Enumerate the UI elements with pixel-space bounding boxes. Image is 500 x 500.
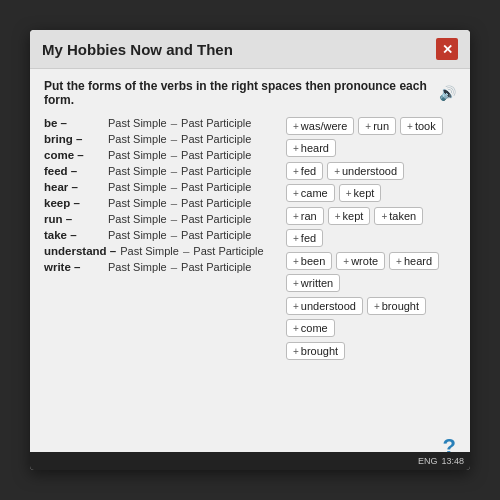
verb-name: hear – <box>44 181 104 193</box>
word-chip[interactable]: +ran <box>286 207 324 225</box>
verb-name: understand – <box>44 245 116 257</box>
verb-row: come – Past Simple – Past Participle <box>44 149 276 161</box>
verb-row: understand – Past Simple – Past Particip… <box>44 245 276 257</box>
past-simple-label: Past Simple <box>108 197 167 209</box>
word-label: understood <box>301 300 356 312</box>
dash: – <box>171 149 177 161</box>
verb-name: come – <box>44 149 104 161</box>
past-simple-label: Past Simple <box>120 245 179 257</box>
past-simple-label: Past Simple <box>108 149 167 161</box>
plus-icon: + <box>335 211 341 222</box>
plus-icon: + <box>293 166 299 177</box>
verbs-column: be – Past Simple – Past Participle bring… <box>44 117 276 360</box>
verb-row: keep – Past Simple – Past Participle <box>44 197 276 209</box>
content-area: Put the forms of the verbs in the right … <box>30 69 470 370</box>
word-chip[interactable]: +understood <box>286 297 363 315</box>
instruction-text: Put the forms of the verbs in the right … <box>44 79 456 107</box>
word-bank-column: +was/were+run+took+heard+fed+understood+… <box>286 117 456 360</box>
verb-name: run – <box>44 213 104 225</box>
past-simple-label: Past Simple <box>108 133 167 145</box>
past-participle-label: Past Participle <box>181 149 251 161</box>
dash: – <box>171 261 177 273</box>
verb-row: bring – Past Simple – Past Participle <box>44 133 276 145</box>
word-label: ran <box>301 210 317 222</box>
app-window: My Hobbies Now and Then ✕ Put the forms … <box>30 30 470 470</box>
word-chip[interactable]: +took <box>400 117 443 135</box>
dash: – <box>171 165 177 177</box>
verb-name: be – <box>44 117 104 129</box>
word-chip[interactable]: +fed <box>286 229 323 247</box>
verb-row: take – Past Simple – Past Participle <box>44 229 276 241</box>
word-label: took <box>415 120 436 132</box>
word-chip[interactable]: +been <box>286 252 332 270</box>
verb-row: hear – Past Simple – Past Participle <box>44 181 276 193</box>
word-bank-row: +was/were+run+took+heard <box>286 117 456 157</box>
plus-icon: + <box>374 301 380 312</box>
word-chip[interactable]: +wrote <box>336 252 385 270</box>
past-simple-label: Past Simple <box>108 181 167 193</box>
past-participle-label: Past Participle <box>181 261 251 273</box>
plus-icon: + <box>293 278 299 289</box>
plus-icon: + <box>293 346 299 357</box>
word-chip[interactable]: +fed <box>286 162 323 180</box>
word-bank-row: +ran+kept+taken+fed <box>286 207 456 247</box>
dash: – <box>171 181 177 193</box>
past-participle-label: Past Participle <box>181 229 251 241</box>
word-label: was/were <box>301 120 347 132</box>
word-bank-row: +fed+understood+came+kept <box>286 162 456 202</box>
past-simple-label: Past Simple <box>108 229 167 241</box>
word-chip[interactable]: +came <box>286 184 335 202</box>
plus-icon: + <box>293 301 299 312</box>
past-simple-label: Past Simple <box>108 165 167 177</box>
verb-name: take – <box>44 229 104 241</box>
word-label: heard <box>404 255 432 267</box>
verb-name: feed – <box>44 165 104 177</box>
past-participle-label: Past Participle <box>193 245 263 257</box>
dash: – <box>171 117 177 129</box>
plus-icon: + <box>346 188 352 199</box>
word-chip[interactable]: +brought <box>286 342 345 360</box>
word-label: heard <box>301 142 329 154</box>
past-simple-label: Past Simple <box>108 261 167 273</box>
word-bank-row: +been+wrote+heard+written <box>286 252 456 292</box>
past-simple-label: Past Simple <box>108 117 167 129</box>
past-participle-label: Past Participle <box>181 133 251 145</box>
word-chip[interactable]: +taken <box>374 207 423 225</box>
window-title: My Hobbies Now and Then <box>42 41 233 58</box>
word-chip[interactable]: +come <box>286 319 335 337</box>
word-label: came <box>301 187 328 199</box>
verb-name: write – <box>44 261 104 273</box>
word-chip[interactable]: +understood <box>327 162 404 180</box>
verb-row: be – Past Simple – Past Participle <box>44 117 276 129</box>
word-label: brought <box>301 345 338 357</box>
word-chip[interactable]: +brought <box>367 297 426 315</box>
plus-icon: + <box>334 166 340 177</box>
word-chip[interactable]: +heard <box>389 252 439 270</box>
word-chip[interactable]: +kept <box>339 184 382 202</box>
verb-row: run – Past Simple – Past Participle <box>44 213 276 225</box>
word-label: come <box>301 322 328 334</box>
word-chip[interactable]: +run <box>358 117 396 135</box>
past-participle-label: Past Participle <box>181 197 251 209</box>
past-participle-label: Past Participle <box>181 181 251 193</box>
dash: – <box>171 197 177 209</box>
verb-row: feed – Past Simple – Past Participle <box>44 165 276 177</box>
close-button[interactable]: ✕ <box>436 38 458 60</box>
word-chip[interactable]: +written <box>286 274 340 292</box>
word-label: kept <box>354 187 375 199</box>
word-chip[interactable]: +heard <box>286 139 336 157</box>
plus-icon: + <box>293 233 299 244</box>
past-participle-label: Past Participle <box>181 117 251 129</box>
plus-icon: + <box>365 121 371 132</box>
speaker-icon[interactable]: 🔊 <box>439 85 456 101</box>
word-chip[interactable]: +was/were <box>286 117 354 135</box>
word-label: wrote <box>351 255 378 267</box>
bottom-bar-time: 13:48 <box>441 456 464 466</box>
past-participle-label: Past Participle <box>181 213 251 225</box>
past-participle-label: Past Participle <box>181 165 251 177</box>
word-chip[interactable]: +kept <box>328 207 371 225</box>
word-label: kept <box>343 210 364 222</box>
dash: – <box>171 133 177 145</box>
word-label: fed <box>301 232 316 244</box>
plus-icon: + <box>343 256 349 267</box>
